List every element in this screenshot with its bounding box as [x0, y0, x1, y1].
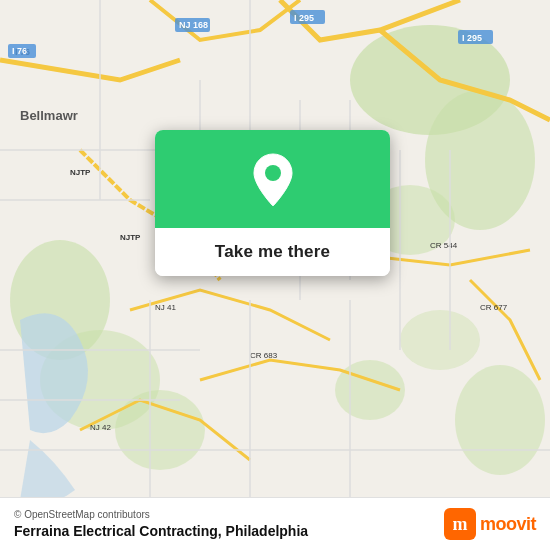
bottom-left: © OpenStreetMap contributors Ferraina El… — [14, 509, 308, 539]
take-me-there-button[interactable]: Take me there — [155, 228, 390, 276]
svg-text:NJTP: NJTP — [70, 168, 91, 177]
svg-text:Bellmawr: Bellmawr — [20, 108, 78, 123]
svg-text:I 76: I 76 — [12, 46, 27, 56]
svg-point-7 — [335, 360, 405, 420]
svg-point-9 — [455, 365, 545, 475]
moovit-text: moovit — [480, 514, 536, 535]
svg-text:CR 683: CR 683 — [250, 351, 278, 360]
svg-point-8 — [400, 310, 480, 370]
svg-text:I 295: I 295 — [294, 13, 314, 23]
osm-attribution: © OpenStreetMap contributors — [14, 509, 308, 520]
svg-text:CR 544: CR 544 — [430, 241, 458, 250]
location-pin-icon — [249, 152, 297, 210]
popup-green-area — [155, 130, 390, 228]
svg-point-44 — [265, 165, 281, 181]
svg-text:NJ 42: NJ 42 — [90, 423, 111, 432]
moovit-logo[interactable]: m moovit — [444, 508, 536, 540]
map-container: I 76 I 76 I 295 I 295 NJ 168 NJTP NJTP C… — [0, 0, 550, 550]
svg-text:NJ 168: NJ 168 — [179, 20, 208, 30]
svg-text:NJ 41: NJ 41 — [155, 303, 176, 312]
popup-card: Take me there — [155, 130, 390, 276]
svg-text:CR 677: CR 677 — [480, 303, 508, 312]
moovit-m-icon: m — [444, 508, 476, 540]
svg-text:NJTP: NJTP — [120, 233, 141, 242]
bottom-bar: © OpenStreetMap contributors Ferraina El… — [0, 497, 550, 550]
svg-text:I 295: I 295 — [462, 33, 482, 43]
location-name: Ferraina Electrical Contracting, Philade… — [14, 523, 308, 539]
svg-point-6 — [115, 390, 205, 470]
